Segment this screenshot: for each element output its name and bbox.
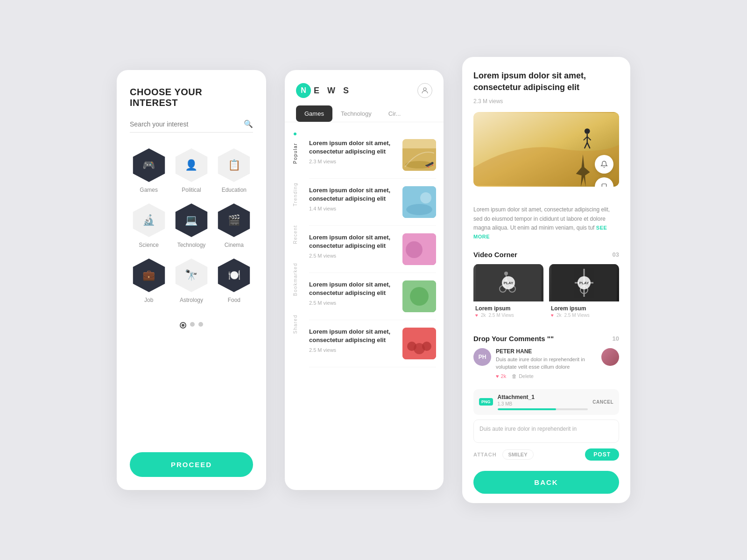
svg-point-9 [423,88,426,91]
back-button[interactable]: BACK [473,471,619,494]
dot-1[interactable] [180,322,186,329]
interest-item-job[interactable]: 💼 Job [130,258,168,303]
news-card-img-2 [402,186,436,218]
sidebar-item-shared[interactable]: Shared [293,305,298,343]
attachment-name: Attachment_1 [498,394,588,400]
video-thumb-2: PLAY [549,264,619,301]
food-icon: 🍽️ [228,269,240,281]
search-input[interactable] [130,120,244,128]
news-card-1[interactable]: Lorem ipsum dolor sit amet, consectetur … [309,132,436,179]
video-card-2[interactable]: PLAY Lorem ipsum ♥ 2k 2.5 M Views [549,264,619,320]
news-card-3[interactable]: Lorem ipsum dolor sit amet, consectetur … [309,226,436,273]
dot-3[interactable] [198,322,203,327]
video-count: 03 [613,251,619,258]
news-list: Lorem ipsum dolor sit amet, consectetur … [305,128,444,484]
news-card-img-4 [402,280,436,312]
svg-point-15 [420,192,431,203]
attach-label[interactable]: ATTACH [473,452,497,457]
sidebar-item-recent[interactable]: Recent [293,216,298,253]
search-bar: 🔍 [130,119,253,133]
interest-label-technology: Technology [177,242,206,248]
interest-label-education: Education [222,187,247,193]
comment-name-1: PETER HANE [496,348,597,355]
news-card-4[interactable]: Lorem ipsum dolor sit amet, consectetur … [309,273,436,320]
sidebar-item-bookmarked[interactable]: Bookmarked [293,253,298,305]
news-card-views-1: 2.3 M views [309,159,397,164]
sidebar-item-trending[interactable]: Trending [293,173,298,216]
education-icon: 📋 [228,159,240,171]
news-card-content-3: Lorem ipsum dolor sit amet, consectetur … [309,233,397,259]
tab-more[interactable]: Cir... [380,105,409,122]
dot-2[interactable] [190,322,195,327]
news-card-title-1: Lorem ipsum dolor sit amet, consectetur … [309,139,397,156]
article-views: 2.3 M views [473,98,619,105]
svg-point-14 [406,204,432,215]
comment-delete-1[interactable]: 🗑 Delete [512,373,534,379]
user-avatar-icon[interactable] [417,83,432,98]
post-button[interactable]: POST [585,448,619,461]
cancel-attachment-button[interactable]: CANCEL [592,399,613,405]
comment-input[interactable]: Duis aute irure dolor in reprehenderit i… [473,420,619,443]
video-card-1[interactable]: PLAY Lorem ipsum ♥ 2k 2.5 M Views [473,264,543,320]
interest-label-political: Political [182,187,201,193]
interest-label-cinema: Cinema [225,242,244,248]
interest-item-technology[interactable]: 💻 Technology [172,203,210,248]
svg-point-23 [422,342,431,351]
bookmark-button[interactable] [595,177,613,187]
news-card-views-2: 1.4 M views [309,206,397,211]
comment-toolbar: ATTACH SMILEY POST [473,448,619,461]
news-card-content-2: Lorem ipsum dolor sit amet, consectetur … [309,186,397,211]
interest-item-science[interactable]: 🔬 Science [130,203,168,248]
proceed-button[interactable]: PROCEED [130,452,253,477]
interest-item-cinema[interactable]: 🎬 Cinema [215,203,253,248]
attachment-progress-bar [498,408,588,410]
news-card-content-4: Lorem ipsum dolor sit amet, consectetur … [309,280,397,306]
comments-title: Drop Your Comments "" [473,335,554,343]
interest-item-education[interactable]: 📋 Education [215,147,253,193]
interest-item-games[interactable]: 🎮 Games [130,147,168,193]
heart-icon: ♥ [496,373,499,379]
smiley-button[interactable]: SMILEY [502,449,534,460]
comment-like-1[interactable]: ♥ 2k [496,373,506,379]
news-tabs: Games Technology Cir... [285,105,444,122]
comment-placeholder: Duis aute irure dolor in reprehenderit i… [479,426,577,432]
png-badge: PNG [479,398,493,406]
news-card-content-1: Lorem ipsum dolor sit amet, consectetur … [309,139,397,164]
attachment-bar: PNG Attachment_1 1.3 MB CANCEL [473,389,619,415]
tab-games[interactable]: Games [296,105,332,122]
news-card-title-3: Lorem ipsum dolor sit amet, consectetur … [309,233,397,250]
video-name-1: Lorem ipsum [475,305,542,312]
news-body: Popular Trending Recent Bookmarked Share… [285,122,444,490]
news-logo-text: E W S [314,86,352,96]
comment-actions-1: ♥ 2k 🗑 Delete [496,373,597,379]
news-card-2[interactable]: Lorem ipsum dolor sit amet, consectetur … [309,179,436,226]
panel-news: N E W S Games Technology Cir... Popular … [285,70,444,490]
interest-item-astrology[interactable]: 🔭 Astrology [172,258,210,303]
article-title: Lorem ipsum dolor sit amet, consectetur … [473,70,619,93]
video-stats-2: ♥ 2k 2.5 M Views [551,313,617,318]
news-logo: N E W S [296,83,352,98]
video-thumb-1: PLAY [473,264,543,301]
interest-item-political[interactable]: 👤 Political [172,147,210,193]
comment-card-1: PH PETER HANE Duis aute irure dolor in r… [473,348,619,379]
video-name-2: Lorem ipsum [551,305,617,312]
sidebar-item-popular[interactable]: Popular [293,133,298,173]
interest-label-food: Food [228,297,240,303]
tab-technology[interactable]: Technology [332,105,380,122]
science-icon: 🔬 [142,214,155,226]
news-card-img-5 [402,328,436,359]
news-card-title-4: Lorem ipsum dolor sit amet, consectetur … [309,280,397,297]
political-icon: 👤 [185,159,197,171]
interest-item-food[interactable]: 🍽️ Food [215,258,253,303]
news-card-5[interactable]: Lorem ipsum dolor sit amet, consectetur … [309,320,436,367]
attachment-size: 1.3 MB [498,401,588,406]
interest-label-games: Games [140,187,158,193]
news-card-views-5: 2.5 M views [309,347,397,353]
interest-label-astrology: Astrology [180,297,203,303]
news-logo-letter: N [296,83,311,98]
notification-button[interactable] [595,155,613,174]
video-info-1: Lorem ipsum ♥ 2k 2.5 M Views [473,301,543,320]
comment-text-1: Duis aute irure dolor in reprehenderit i… [496,356,597,371]
trash-icon: 🗑 [512,373,517,379]
news-card-title-2: Lorem ipsum dolor sit amet, consectetur … [309,186,397,203]
